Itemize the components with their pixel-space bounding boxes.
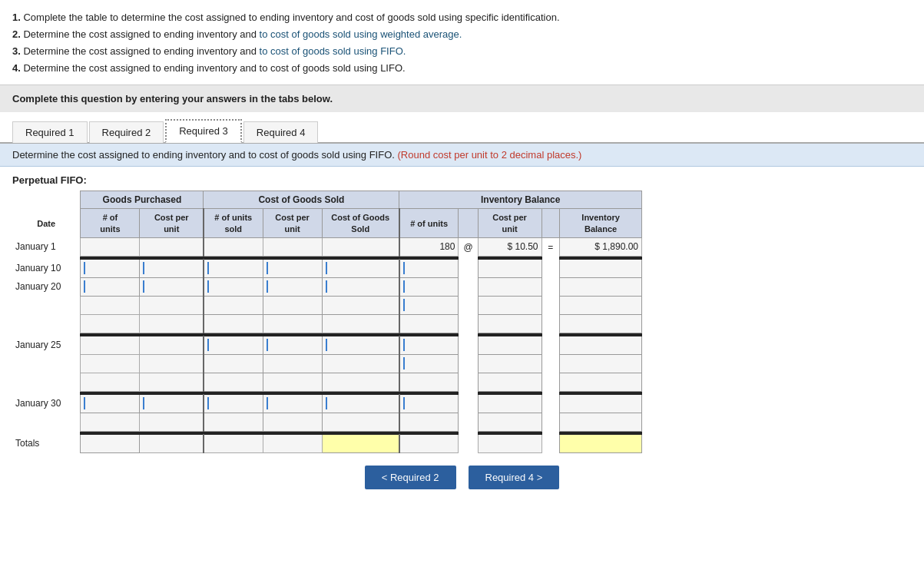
jan10-cogs-total[interactable] xyxy=(322,259,399,277)
extra3-inv-balance[interactable] xyxy=(560,354,642,373)
jan30-cogs-units-input[interactable] xyxy=(207,397,260,409)
extra3-cogs-total[interactable] xyxy=(322,354,399,373)
jan20-inv-cost-input[interactable] xyxy=(482,280,538,293)
extra4-cogs-units-input[interactable] xyxy=(207,376,260,388)
extra5-cogs-cost-input[interactable] xyxy=(267,416,319,428)
extra2-cogs-units-input[interactable] xyxy=(207,317,260,330)
jan10-inv-cost[interactable] xyxy=(478,259,541,277)
extra3-inv-cost[interactable] xyxy=(478,354,541,373)
extra4-cogs-total[interactable] xyxy=(322,373,399,391)
extra2-inv-cost[interactable] xyxy=(478,314,541,333)
jan25-cogs-cost[interactable] xyxy=(263,336,322,354)
totals-goods-units[interactable] xyxy=(81,434,140,452)
jan10-goods-units[interactable] xyxy=(81,259,140,277)
totals-inv-balance-input[interactable] xyxy=(563,437,638,449)
jan30-goods-units-input[interactable] xyxy=(84,397,136,409)
jan10-cogs-units-input[interactable] xyxy=(207,262,260,274)
extra3-cogs-cost[interactable] xyxy=(263,354,322,373)
extra4-cogs-units[interactable] xyxy=(204,373,263,391)
extra3-inv-units-input[interactable] xyxy=(403,357,455,370)
extra1-inv-units-input[interactable] xyxy=(403,299,455,311)
jan25-inv-cost-input[interactable] xyxy=(482,339,538,351)
extra5-inv-balance[interactable] xyxy=(560,413,642,431)
extra5-inv-cost-input[interactable] xyxy=(482,416,538,428)
jan10-cogs-units[interactable] xyxy=(204,259,263,277)
extra5-cogs-cost[interactable] xyxy=(263,413,322,431)
extra4-inv-units-input[interactable] xyxy=(403,376,455,388)
extra3-inv-cost-input[interactable] xyxy=(482,357,538,370)
extra2-inv-balance-input[interactable] xyxy=(563,317,638,330)
jan25-cogs-total[interactable] xyxy=(322,336,399,354)
extra1-inv-balance-input[interactable] xyxy=(563,299,638,311)
jan30-goods-units[interactable] xyxy=(81,394,140,413)
jan20-cogs-cost-input[interactable] xyxy=(267,280,319,293)
extra4-inv-balance[interactable] xyxy=(560,373,642,391)
extra1-cogs-total[interactable] xyxy=(322,296,399,314)
jan10-goods-cost-input[interactable] xyxy=(143,262,199,274)
jan30-inv-units[interactable] xyxy=(399,394,459,413)
jan25-cogs-total-input[interactable] xyxy=(326,339,396,351)
extra5-inv-balance-input[interactable] xyxy=(563,416,638,428)
jan30-goods-cost-input[interactable] xyxy=(143,397,199,409)
extra2-inv-units-input[interactable] xyxy=(403,317,455,330)
jan10-cogs-cost[interactable] xyxy=(263,259,322,277)
tab-required-1[interactable]: Required 1 xyxy=(12,121,88,143)
jan10-inv-balance[interactable] xyxy=(560,259,642,277)
jan30-cogs-cost-input[interactable] xyxy=(267,397,319,409)
extra4-cogs-cost[interactable] xyxy=(263,373,322,391)
totals-inv-balance[interactable] xyxy=(560,434,642,452)
jan20-inv-balance-input[interactable] xyxy=(563,280,638,293)
jan30-inv-balance[interactable] xyxy=(560,394,642,413)
jan25-inv-balance-input[interactable] xyxy=(563,339,638,351)
extra3-inv-units[interactable] xyxy=(399,354,459,373)
extra2-inv-units[interactable] xyxy=(399,314,459,333)
totals-cogs-total[interactable] xyxy=(322,434,399,452)
extra3-cogs-total-input[interactable] xyxy=(326,357,396,370)
jan25-inv-units[interactable] xyxy=(399,336,459,354)
totals-cogs-total-input[interactable] xyxy=(326,437,396,449)
extra4-inv-balance-input[interactable] xyxy=(563,376,638,388)
jan25-cogs-units-input[interactable] xyxy=(207,339,260,351)
extra5-inv-cost[interactable] xyxy=(478,413,541,431)
jan20-goods-units[interactable] xyxy=(81,277,140,296)
extra2-cogs-total-input[interactable] xyxy=(326,317,396,330)
jan25-inv-units-input[interactable] xyxy=(403,339,455,351)
jan30-goods-cost[interactable] xyxy=(140,394,204,413)
extra2-inv-cost-input[interactable] xyxy=(482,317,538,330)
extra2-cogs-total[interactable] xyxy=(322,314,399,333)
jan10-inv-units-input[interactable] xyxy=(403,262,455,274)
jan20-inv-units[interactable] xyxy=(399,277,459,296)
jan20-goods-units-input[interactable] xyxy=(84,280,136,293)
extra5-cogs-total-input[interactable] xyxy=(326,416,396,428)
extra1-cogs-total-input[interactable] xyxy=(326,299,396,311)
extra1-inv-cost-input[interactable] xyxy=(482,299,538,311)
prev-button[interactable]: < Required 2 xyxy=(365,466,456,489)
jan25-cogs-units[interactable] xyxy=(204,336,263,354)
jan10-inv-balance-input[interactable] xyxy=(563,262,638,274)
jan20-goods-cost-input[interactable] xyxy=(143,280,199,293)
jan30-cogs-total-input[interactable] xyxy=(326,397,396,409)
extra4-inv-units[interactable] xyxy=(399,373,459,391)
jan20-goods-cost[interactable] xyxy=(140,277,204,296)
jan20-inv-balance[interactable] xyxy=(560,277,642,296)
jan20-cogs-total[interactable] xyxy=(322,277,399,296)
extra4-inv-cost-input[interactable] xyxy=(482,376,538,388)
extra4-inv-cost[interactable] xyxy=(478,373,541,391)
jan20-cogs-units-input[interactable] xyxy=(207,280,260,293)
extra2-inv-balance[interactable] xyxy=(560,314,642,333)
tab-required-4[interactable]: Required 4 xyxy=(243,121,319,143)
tab-required-3[interactable]: Required 3 xyxy=(165,119,242,143)
extra1-cogs-cost[interactable] xyxy=(263,296,322,314)
extra1-inv-balance[interactable] xyxy=(560,296,642,314)
totals-goods-units-input[interactable] xyxy=(84,437,136,449)
extra5-cogs-units[interactable] xyxy=(204,413,263,431)
extra1-inv-cost[interactable] xyxy=(478,296,541,314)
extra1-cogs-cost-input[interactable] xyxy=(267,299,319,311)
extra5-inv-units[interactable] xyxy=(399,413,459,431)
extra2-cogs-cost[interactable] xyxy=(263,314,322,333)
jan10-inv-units[interactable] xyxy=(399,259,459,277)
jan25-inv-cost[interactable] xyxy=(478,336,541,354)
extra2-cogs-cost-input[interactable] xyxy=(267,317,319,330)
jan25-cogs-cost-input[interactable] xyxy=(267,339,319,351)
jan10-cogs-cost-input[interactable] xyxy=(267,262,319,274)
